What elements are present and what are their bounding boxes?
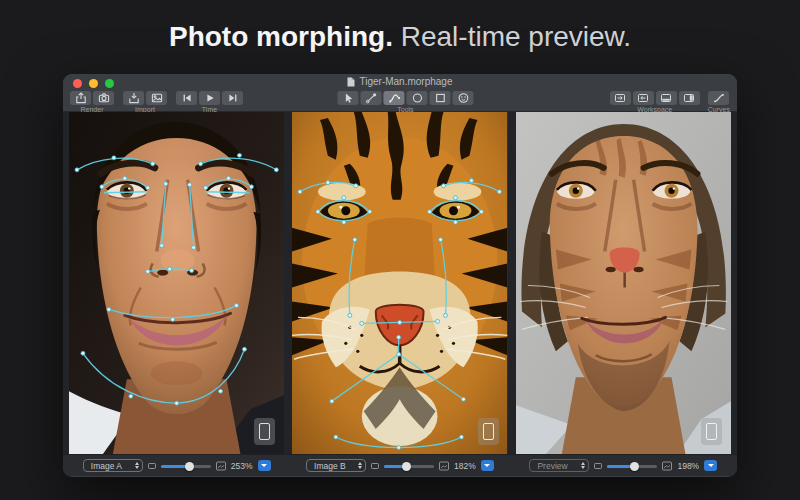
frame-icon — [259, 423, 270, 440]
headline-bold: Photo morphing. — [169, 21, 393, 52]
export-icon — [75, 92, 87, 104]
curve-icon — [388, 92, 400, 104]
rectangle-icon — [434, 92, 446, 104]
control-points[interactable] — [298, 179, 501, 450]
morph-control-mesh-a[interactable] — [69, 112, 284, 454]
play-button[interactable] — [199, 91, 220, 105]
preview-zoom-slider[interactable] — [607, 460, 657, 472]
zoom-in-image-icon — [439, 461, 449, 471]
chevron-down-icon — [484, 464, 490, 467]
time-group: Time — [176, 91, 243, 113]
image-a-zoom-value: 253% — [231, 461, 253, 471]
bottom-pane-button[interactable] — [656, 91, 677, 105]
play-icon — [204, 92, 216, 104]
image-b-zoom-value: 182% — [454, 461, 476, 471]
ellipse-tool-button[interactable] — [406, 91, 427, 105]
popup-stepper-icon — [135, 462, 139, 469]
zoom-in-image-icon — [216, 461, 226, 471]
curve-tool-button[interactable] — [383, 91, 404, 105]
cursor-tool-button[interactable] — [337, 91, 358, 105]
slider-thumb[interactable] — [185, 462, 194, 471]
popup-value: Preview — [537, 461, 567, 471]
toolbar: Render Import — [63, 90, 737, 112]
preview-morphed-photo — [516, 112, 731, 454]
workspace-group: Workspace — [610, 91, 700, 113]
expand-right-button[interactable] — [610, 91, 631, 105]
image-b-zoom-dropdown-button[interactable] — [481, 460, 494, 471]
frame-icon — [483, 423, 494, 440]
node-icon — [365, 92, 377, 104]
preview-zoom-value: 198% — [677, 461, 699, 471]
panel-image-a[interactable] — [69, 112, 284, 454]
slider-thumb[interactable] — [630, 462, 639, 471]
bottom-control-bar: Image A 253% Image B 182% — [63, 454, 737, 476]
document-icon — [347, 77, 355, 87]
image-a-zoom-dropdown-button[interactable] — [258, 460, 271, 471]
frame-icon — [706, 423, 717, 440]
panel-a-frame-button[interactable] — [254, 418, 275, 445]
skip-forward-button[interactable] — [222, 91, 243, 105]
image-a-zoom-slider[interactable] — [161, 460, 211, 472]
cursor-icon — [342, 92, 354, 104]
slider-thumb[interactable] — [402, 462, 411, 471]
app-window: Tiger-Man.morphage Render — [63, 74, 737, 477]
morph-control-mesh-b[interactable] — [292, 112, 507, 454]
zoom-in-image-icon — [662, 461, 672, 471]
render-camera-icon — [98, 92, 110, 104]
image-b-controls: Image B 182% — [292, 455, 507, 476]
image-a-controls: Image A 253% — [69, 455, 284, 476]
curves-graph-icon — [713, 92, 725, 104]
skip-back-button[interactable] — [176, 91, 197, 105]
curves-group: Curves — [708, 91, 730, 113]
zoom-out-image-icon — [148, 462, 156, 470]
popup-stepper-icon — [581, 462, 585, 469]
titlebar: Tiger-Man.morphage — [63, 74, 737, 90]
face-tool-button[interactable] — [452, 91, 473, 105]
marketing-headline: Photo morphing. Real-time preview. — [0, 0, 800, 53]
preview-source-popup[interactable]: Preview — [529, 459, 589, 472]
chevron-down-icon — [708, 464, 714, 467]
expand-left-icon — [637, 92, 649, 104]
export-button[interactable] — [70, 91, 91, 105]
window-title: Tiger-Man.morphage — [359, 76, 452, 87]
preview-controls: Preview 198% — [516, 455, 731, 476]
bottom-pane-icon — [660, 92, 672, 104]
image-b-zoom-slider[interactable] — [384, 460, 434, 472]
skip-forward-icon — [227, 92, 239, 104]
right-pane-icon — [683, 92, 695, 104]
popup-value: Image A — [91, 461, 122, 471]
chevron-down-icon — [261, 464, 267, 467]
ellipse-icon — [411, 92, 423, 104]
tools-group: Tools — [337, 91, 473, 113]
panel-preview-frame-button[interactable] — [701, 418, 722, 445]
add-image-button[interactable] — [146, 91, 167, 105]
expand-left-button[interactable] — [633, 91, 654, 105]
image-b-source-popup[interactable]: Image B — [306, 459, 366, 472]
popup-value: Image B — [314, 461, 346, 471]
rectangle-tool-button[interactable] — [429, 91, 450, 105]
add-image-icon — [151, 92, 163, 104]
import-tray-icon — [128, 92, 140, 104]
panel-preview[interactable] — [516, 112, 731, 454]
zoom-out-image-icon — [371, 462, 379, 470]
curves-button[interactable] — [708, 91, 729, 105]
headline-regular: Real-time preview. — [393, 21, 631, 52]
zoom-out-image-icon — [594, 462, 602, 470]
render-group: Render — [70, 91, 114, 113]
popup-stepper-icon — [358, 462, 362, 469]
right-pane-button[interactable] — [679, 91, 700, 105]
control-points[interactable] — [75, 153, 278, 405]
render-camera-button[interactable] — [93, 91, 114, 105]
node-tool-button[interactable] — [360, 91, 381, 105]
import-button[interactable] — [123, 91, 144, 105]
import-group: Import — [123, 91, 167, 113]
expand-right-icon — [614, 92, 626, 104]
preview-zoom-dropdown-button[interactable] — [704, 460, 717, 471]
skip-back-icon — [181, 92, 193, 104]
image-a-source-popup[interactable]: Image A — [83, 459, 143, 472]
panel-image-b[interactable] — [292, 112, 507, 454]
editor-canvas — [63, 112, 737, 454]
panel-b-frame-button[interactable] — [478, 418, 499, 445]
face-icon — [457, 92, 469, 104]
